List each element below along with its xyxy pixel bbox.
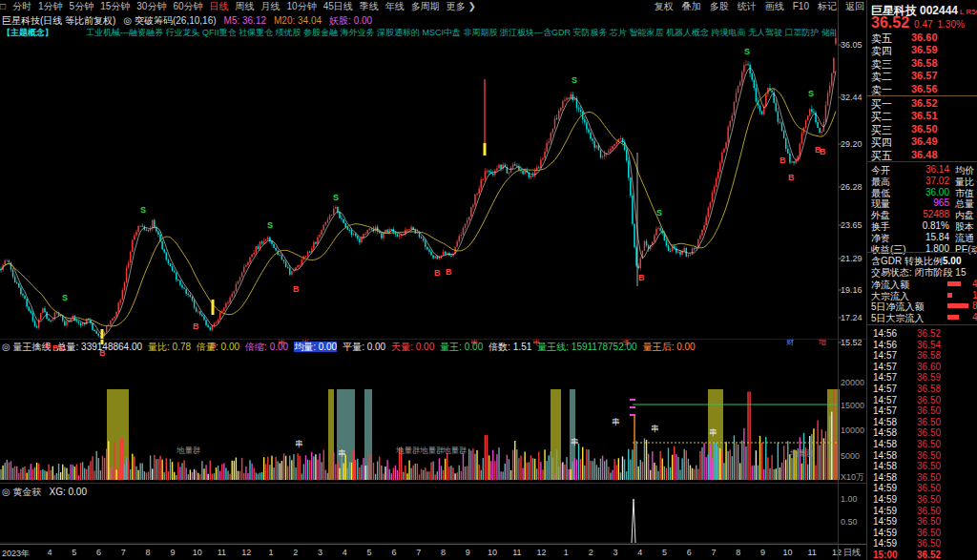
candle-body xyxy=(341,218,342,219)
xg-indicator-segment: ◎ 黄金获 xyxy=(2,487,42,497)
sell-queue-row: 卖五36.60 xyxy=(871,31,974,44)
toolbar-item-统计[interactable]: 统计 xyxy=(738,0,757,13)
volume-bar xyxy=(364,466,365,480)
price-volume-chart[interactable]: SSSSSSSSBBBBBBBBBBBBBB串串串串涨财增地量群串串地量群地量群… xyxy=(0,0,868,560)
candle-body xyxy=(829,86,830,93)
volume-axis-label: 15000 xyxy=(841,401,864,410)
volume-bar xyxy=(505,464,506,480)
candle-body xyxy=(353,234,354,235)
candle-body xyxy=(690,255,691,256)
candle-body xyxy=(487,171,488,172)
candle-body xyxy=(355,234,356,236)
volume-bar xyxy=(714,443,715,480)
fund-flow-bar xyxy=(947,281,961,286)
volume-bar xyxy=(522,468,523,480)
tick-price: 36.50 xyxy=(917,439,941,449)
toolbar-item-叠加[interactable]: 叠加 xyxy=(682,0,701,13)
candle-body xyxy=(229,298,230,302)
candle-body xyxy=(203,316,204,320)
toolbar-item-画线[interactable]: 画线 xyxy=(765,0,784,13)
candle-body xyxy=(349,230,350,231)
month-label: 8 xyxy=(736,548,740,557)
volume-bar xyxy=(743,428,744,480)
volume-bar xyxy=(465,467,466,480)
volume-bar xyxy=(347,468,348,480)
volume-bar xyxy=(725,442,726,480)
volume-bar xyxy=(88,466,89,480)
xg-spike xyxy=(632,499,635,543)
volume-bar xyxy=(432,462,433,480)
toolbar-item-F10[interactable]: F10 xyxy=(793,1,809,11)
toolbar-item-标记[interactable]: 标记 xyxy=(818,0,837,13)
candle-body xyxy=(385,230,385,233)
toolbar-item-返回[interactable]: 返回 xyxy=(845,0,864,13)
volume-bar xyxy=(337,462,338,480)
timeframe-item-分时[interactable]: 分时 xyxy=(12,0,31,13)
volume-bar xyxy=(29,469,30,480)
fund-flow-value: 46 xyxy=(972,312,977,322)
month-label: 4 xyxy=(47,548,52,557)
volume-bar xyxy=(303,464,304,480)
timeframe-item-1分钟[interactable]: 1分钟 xyxy=(38,0,63,13)
volume-bar xyxy=(554,473,555,480)
chart-header-segment: 巨星科技(日线 等比前复权) xyxy=(2,15,115,26)
volume-bar xyxy=(708,454,709,480)
buy-queue-row: 买五36.48 xyxy=(871,149,974,161)
sell-signal-marker: S xyxy=(572,75,577,85)
candle-body xyxy=(66,321,67,325)
candle-body xyxy=(223,308,224,312)
candle-body xyxy=(12,270,13,277)
timeframe-item-30分钟[interactable]: 30分钟 xyxy=(136,0,166,13)
candle-body xyxy=(503,165,504,170)
timeframe-item-5分钟[interactable]: 5分钟 xyxy=(70,0,94,13)
section-separator xyxy=(867,324,977,325)
tick-row: 14:5936.50 xyxy=(873,506,976,516)
month-label: 12 xyxy=(537,548,547,557)
volume-bar xyxy=(690,466,691,480)
timeframe-item-年线[interactable]: 年线 xyxy=(385,0,405,13)
tick-time: 14:57 xyxy=(873,350,897,361)
candle-body xyxy=(357,236,358,239)
candle-body xyxy=(397,235,398,237)
timeframe-item-季线[interactable]: 季线 xyxy=(360,0,379,13)
timeframe-item-10分钟[interactable]: 10分钟 xyxy=(287,0,317,13)
candle-body xyxy=(331,215,332,216)
volume-bar xyxy=(741,441,742,480)
month-label: 5 xyxy=(72,548,76,557)
toolbar-item-多股[interactable]: 多股 xyxy=(710,0,729,13)
toolbar-item-复权[interactable]: 复权 xyxy=(655,0,674,13)
timeframe-item-15分钟[interactable]: 15分钟 xyxy=(100,0,130,13)
ma-fast-line xyxy=(1,68,836,335)
month-label: 7 xyxy=(121,548,126,557)
timeframe-item-周线[interactable]: 周线 xyxy=(236,0,255,13)
timeframe-item-日线[interactable]: 日线 xyxy=(210,0,229,13)
candle-body xyxy=(635,247,636,265)
timeframe-item-月线[interactable]: 月线 xyxy=(261,0,281,13)
window-icon[interactable]: □ xyxy=(0,1,6,11)
candle-body xyxy=(540,159,541,168)
candle-body xyxy=(461,235,462,236)
section-separator xyxy=(867,161,977,162)
volume-bar xyxy=(216,467,217,480)
timeframe-item-45日线[interactable]: 45日线 xyxy=(323,0,353,13)
candle-body xyxy=(717,172,718,178)
timeframe-item-60分钟[interactable]: 60分钟 xyxy=(173,0,202,13)
candle-body xyxy=(275,248,276,251)
timeframe-item-更多 ❯[interactable]: 更多 ❯ xyxy=(447,0,476,13)
candle-body xyxy=(22,294,23,296)
buy-level-price: 36.51 xyxy=(911,110,938,121)
volume-bar xyxy=(765,437,766,480)
volume-bar xyxy=(498,447,499,480)
candle-body xyxy=(752,73,753,80)
candle-body xyxy=(710,202,711,208)
volume-bar xyxy=(776,468,777,480)
timeframe-item-多周期[interactable]: 多周期 xyxy=(411,0,440,13)
volume-bar xyxy=(247,473,248,480)
volume-bar xyxy=(721,451,722,480)
volume-bar xyxy=(520,456,521,480)
candle-body xyxy=(498,165,499,169)
volume-bar xyxy=(789,454,790,480)
candle-body xyxy=(448,253,449,255)
fund-flow-row: 净流入额46 xyxy=(871,279,977,289)
candle-body xyxy=(809,109,810,115)
